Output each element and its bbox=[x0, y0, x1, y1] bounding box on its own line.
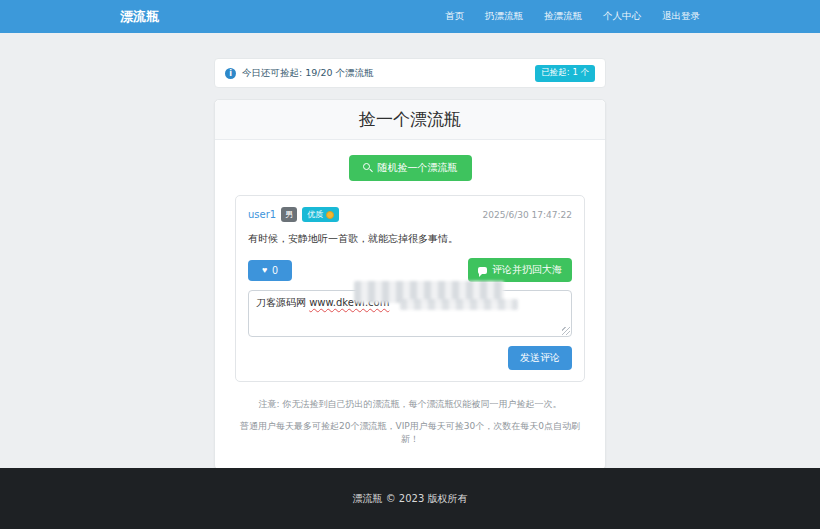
navbar-container: 漂流瓶 首页 扔漂流瓶 捡漂流瓶 个人中心 退出登录 bbox=[120, 8, 700, 26]
gender-badge: 男 bbox=[281, 207, 297, 222]
nav-item-home[interactable]: 首页 bbox=[445, 10, 464, 23]
nav-item-profile[interactable]: 个人中心 bbox=[603, 10, 641, 23]
comment-throw-back-label: 评论并扔回大海 bbox=[492, 263, 562, 277]
comment-input-text: 刀客源码网 bbox=[256, 297, 309, 308]
pick-bottle-card: 捡一个漂流瓶 随机捡一个漂流瓶 user1 男 优质 2025/6/30 17:… bbox=[214, 99, 606, 470]
like-count: 0 bbox=[272, 265, 278, 276]
rules-notes: 注意: 你无法捡到自己扔出的漂流瓶，每个漂流瓶仅能被同一用户捡起一次。 普通用户… bbox=[235, 398, 585, 446]
card-body: 随机捡一个漂流瓶 user1 男 优质 2025/6/30 17:47:22 有… bbox=[215, 140, 605, 469]
nav-item-pick-bottle[interactable]: 捡漂流瓶 bbox=[544, 10, 582, 23]
quota-text: 今日还可捡起: 19/20 个漂流瓶 bbox=[242, 67, 374, 80]
nav-item-logout[interactable]: 退出登录 bbox=[662, 10, 700, 23]
daily-quota-alert: 今日还可捡起: 19/20 个漂流瓶 已捡起: 1 个 bbox=[214, 58, 606, 88]
bottle-message: 有时候，安静地听一首歌，就能忘掉很多事情。 bbox=[248, 232, 572, 246]
random-pick-label: 随机捡一个漂流瓶 bbox=[378, 161, 458, 175]
nav-item-throw-bottle[interactable]: 扔漂流瓶 bbox=[485, 10, 523, 23]
heart-icon: ♥ bbox=[262, 265, 267, 275]
page-footer: 漂流瓶 © 2023 版权所有 bbox=[0, 468, 820, 529]
rule-note-2: 普通用户每天最多可捡起20个漂流瓶，VIP用户每天可捡30个，次数在每天0点自动… bbox=[235, 420, 585, 446]
navbar: 漂流瓶 首页 扔漂流瓶 捡漂流瓶 个人中心 退出登录 bbox=[0, 0, 820, 33]
comment-input-url: www.dkewl.com bbox=[309, 297, 389, 308]
bottle-timestamp: 2025/6/30 17:47:22 bbox=[483, 210, 572, 220]
bottle-type-label: 优质 bbox=[307, 209, 323, 220]
main-column: 今日还可捡起: 19/20 个漂流瓶 已捡起: 1 个 捡一个漂流瓶 随机捡一个… bbox=[214, 58, 606, 470]
bottle-type-badge: 优质 bbox=[302, 207, 339, 222]
card-title: 捡一个漂流瓶 bbox=[215, 100, 605, 140]
bottle-header: user1 男 优质 2025/6/30 17:47:22 bbox=[248, 207, 572, 222]
nav-links: 首页 扔漂流瓶 捡漂流瓶 个人中心 退出登录 bbox=[445, 10, 700, 23]
send-row: 发送评论 bbox=[248, 346, 572, 370]
send-comment-button[interactable]: 发送评论 bbox=[508, 346, 572, 370]
bottle-actions: ♥ 0 评论并扔回大海 bbox=[248, 258, 572, 282]
bottle-item: user1 男 优质 2025/6/30 17:47:22 有时候，安静地听一首… bbox=[235, 195, 585, 382]
picked-count-badge: 已捡起: 1 个 bbox=[535, 65, 595, 82]
comment-throw-back-button[interactable]: 评论并扔回大海 bbox=[468, 258, 572, 282]
comment-input[interactable]: 刀客源码网 www.dkewl.com bbox=[248, 290, 572, 337]
brand-logo[interactable]: 漂流瓶 bbox=[120, 8, 159, 26]
random-pick-button[interactable]: 随机捡一个漂流瓶 bbox=[349, 155, 472, 181]
coin-icon bbox=[326, 211, 334, 219]
comment-area: 刀客源码网 www.dkewl.com bbox=[248, 290, 572, 337]
copyright-text: 漂流瓶 © 2023 版权所有 bbox=[353, 492, 468, 506]
comment-icon bbox=[478, 267, 487, 274]
bottle-author[interactable]: user1 bbox=[248, 209, 276, 220]
page: 漂流瓶 首页 扔漂流瓶 捡漂流瓶 个人中心 退出登录 今日还可捡起: 19/20… bbox=[0, 0, 820, 529]
search-icon bbox=[363, 163, 373, 173]
like-button[interactable]: ♥ 0 bbox=[248, 260, 292, 281]
resize-handle[interactable] bbox=[562, 327, 570, 335]
rule-note-1: 注意: 你无法捡到自己扔出的漂流瓶，每个漂流瓶仅能被同一用户捡起一次。 bbox=[235, 398, 585, 411]
info-icon bbox=[225, 68, 236, 79]
